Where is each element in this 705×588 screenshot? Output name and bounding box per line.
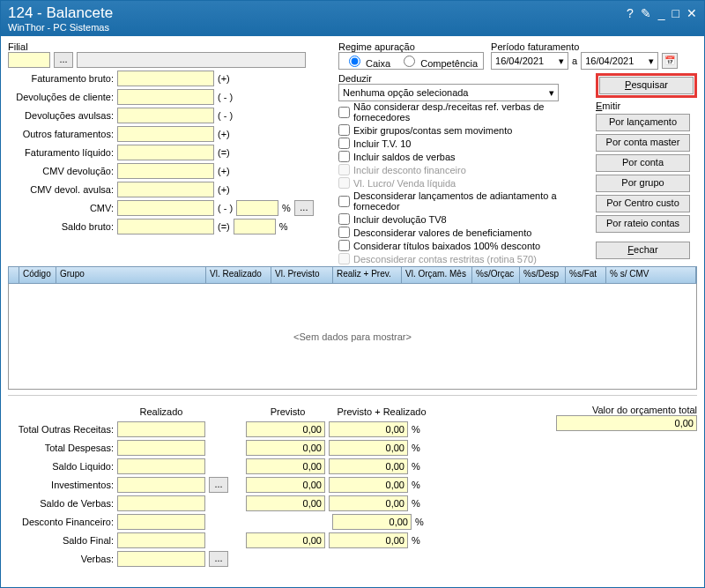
grid-col-pct-desp[interactable]: %s/Desp xyxy=(520,267,566,283)
header-prev-real: Previsto + Realizado xyxy=(333,405,430,419)
dev-avulsas-input[interactable] xyxy=(117,108,214,123)
saldo-verbas-real[interactable] xyxy=(117,495,205,511)
fat-liquido-input[interactable] xyxy=(117,145,214,160)
desconto-fin-real[interactable] xyxy=(117,514,205,530)
chk-incluir-saldos-verbas[interactable]: Incluir saldos de verbas xyxy=(338,151,589,162)
deduzir-label: Deduzir xyxy=(338,73,589,84)
maximize-icon[interactable]: □ xyxy=(672,6,679,20)
grid-col-codigo[interactable]: Código xyxy=(19,267,56,283)
outros-fat-input[interactable] xyxy=(117,126,214,142)
grid-col-vl-realizado[interactable]: Vl. Realizado xyxy=(206,267,271,283)
filial-label: Filial xyxy=(8,41,330,52)
grid-col-grupo[interactable]: Grupo xyxy=(56,267,206,283)
investimentos-label: Investimentos: xyxy=(8,480,114,490)
filial-code-input[interactable] xyxy=(8,52,50,68)
chevron-down-icon: ▾ xyxy=(559,56,564,67)
fechar-button[interactable]: Fechar xyxy=(596,242,690,259)
fat-liquido-op: (=) xyxy=(218,147,230,158)
despesas-prevreal[interactable] xyxy=(329,440,408,456)
radio-caixa[interactable]: Caixa xyxy=(345,53,390,69)
date-to-input[interactable]: 16/04/2021▾ xyxy=(581,52,658,70)
cmv-dev-avulsa-input[interactable] xyxy=(117,182,214,197)
por-lancamento-button[interactable]: Por lançamento xyxy=(596,114,690,131)
grid-col-pct-fat[interactable]: %s/Fat xyxy=(566,267,606,283)
deduzir-combo[interactable]: Nenhuma opção selecionada▾ xyxy=(338,84,559,101)
chk-nao-considerar-verbas[interactable]: Não considerar desp./receitas ref. verba… xyxy=(338,101,589,123)
por-rateio-contas-button[interactable]: Por rateio contas xyxy=(596,215,690,233)
cmv-dev-avulsa-op: (+) xyxy=(218,184,230,195)
outros-fat-label: Outros faturamentos: xyxy=(8,129,114,139)
chk-desconsiderar-adiantamento[interactable]: Desconsiderar lançamentos de adiantament… xyxy=(338,190,589,212)
por-centro-custo-button[interactable]: Por Centro custo xyxy=(596,195,690,212)
saldo-liquido-label: Saldo Liquido: xyxy=(8,461,114,472)
grid-col-vl-orcam[interactable]: Vl. Orçam. Mês xyxy=(402,267,472,283)
invest-prevreal[interactable] xyxy=(329,477,408,493)
fat-bruto-input[interactable] xyxy=(117,71,214,86)
grid-col-selector[interactable] xyxy=(9,267,19,283)
cmv-input[interactable] xyxy=(117,200,214,216)
grid-col-pct-orcac[interactable]: %s/Orçac xyxy=(472,267,520,283)
main-window: 124 - Balancete WinThor - PC Sistemas ? … xyxy=(0,0,705,588)
chk-incluir-devolucao-tv8[interactable]: Incluir devolução TV8 xyxy=(338,213,589,225)
invest-prev[interactable] xyxy=(246,477,325,493)
calendar-icon[interactable]: 📅 xyxy=(662,53,678,69)
investimentos-browse[interactable]: ... xyxy=(209,477,228,493)
dev-cliente-input[interactable] xyxy=(117,89,214,105)
verbas-browse[interactable]: ... xyxy=(209,551,228,567)
por-grupo-button[interactable]: Por grupo xyxy=(596,175,690,192)
saldo-final-prev[interactable] xyxy=(246,532,325,548)
orcamento-total-input[interactable] xyxy=(556,415,697,431)
cmv-pct-label: % xyxy=(282,203,291,213)
por-conta-master-button[interactable]: Por conta master xyxy=(596,134,690,152)
grid-col-realiz-prev[interactable]: Realiz + Prev. xyxy=(333,267,402,283)
grid-col-vl-previsto[interactable]: Vl. Previsto xyxy=(271,267,333,283)
orcamento-label: Valor do orçamento total xyxy=(448,405,697,415)
pesquisar-highlight: Pesquisar xyxy=(596,73,697,98)
chk-desconsiderar-beneficiamento[interactable]: Desconsiderar valores de beneficiamento xyxy=(338,227,589,238)
despesas-prev[interactable] xyxy=(246,440,325,456)
saldo-liq-prevreal[interactable] xyxy=(329,458,408,474)
saldo-bruto-input[interactable] xyxy=(117,219,214,234)
grid-col-pct-cmv[interactable]: % s/ CMV xyxy=(606,267,696,283)
chk-exibir-sem-movimento[interactable]: Exibir grupos/contas sem movimento xyxy=(338,124,589,136)
close-icon[interactable]: ✕ xyxy=(686,6,697,20)
chk-considerar-titulos-baixados[interactable]: Considerar títulos baixados 100% descont… xyxy=(338,240,589,251)
total-despesas-real[interactable] xyxy=(117,440,205,456)
window-title: 124 - Balancete xyxy=(8,4,697,22)
outras-rec-prev[interactable] xyxy=(246,421,325,437)
por-conta-button[interactable]: Por conta xyxy=(596,154,690,172)
cmv-pct-input[interactable] xyxy=(236,200,278,216)
chk-incluir-tv10[interactable]: Incluir T.V. 10 xyxy=(338,138,589,149)
verbas-real[interactable] xyxy=(117,551,205,567)
saldo-liq-prev[interactable] xyxy=(246,458,325,474)
help-icon[interactable]: ? xyxy=(627,6,634,20)
periodo-a: a xyxy=(572,56,577,66)
desc-fin-prevreal[interactable] xyxy=(332,514,412,530)
total-outras-rec-real[interactable] xyxy=(117,421,205,437)
saldo-bruto-label: Saldo bruto: xyxy=(8,221,114,232)
saldo-bruto-op: (=) xyxy=(218,221,230,232)
saldo-verbas-prevreal[interactable] xyxy=(329,495,408,511)
edit-icon[interactable]: ✎ xyxy=(641,6,651,20)
grid-empty-text: <Sem dados para mostrar> xyxy=(293,331,412,342)
saldo-bruto-pct-input[interactable] xyxy=(234,219,276,234)
saldo-final-prevreal[interactable] xyxy=(329,532,408,548)
investimentos-real[interactable] xyxy=(117,477,205,493)
pesquisar-button[interactable]: Pesquisar xyxy=(599,77,694,94)
dev-avulsas-op: ( - ) xyxy=(218,110,233,121)
date-from-input[interactable]: 16/04/2021▾ xyxy=(491,52,568,70)
filial-browse-button[interactable]: ... xyxy=(54,52,73,68)
saldo-verbas-prev[interactable] xyxy=(246,495,325,511)
radio-competencia[interactable]: Competência xyxy=(399,53,478,69)
cmv-dev-input[interactable] xyxy=(117,163,214,179)
total-despesas-label: Total Despesas: xyxy=(8,443,114,453)
saldo-liquido-real[interactable] xyxy=(117,458,205,474)
cmv-browse-button[interactable]: ... xyxy=(294,200,314,216)
minimize-icon[interactable]: _ xyxy=(658,6,665,20)
saldo-final-real[interactable] xyxy=(117,532,205,548)
outras-rec-prevreal[interactable] xyxy=(329,421,408,437)
header-realizado: Realizado xyxy=(117,405,205,419)
chk-incluir-desconto-fin: Incluir desconto financeiro xyxy=(338,164,589,175)
saldo-final-label: Saldo Final: xyxy=(8,535,114,546)
cmv-dev-op: (+) xyxy=(218,166,230,176)
